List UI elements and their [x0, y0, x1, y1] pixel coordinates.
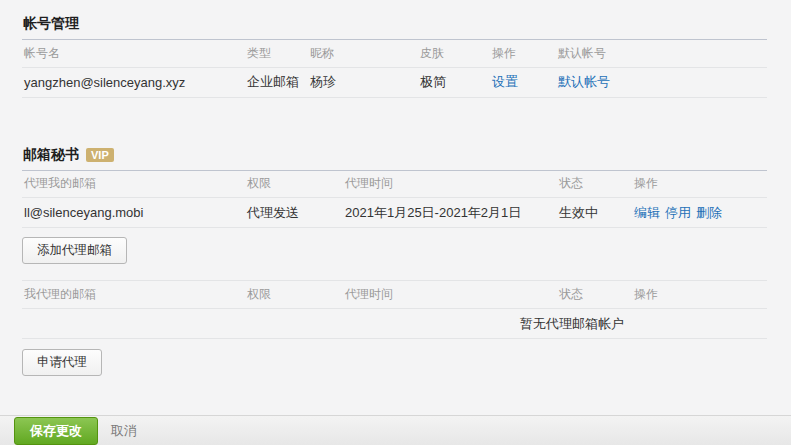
delegated-to-me-header: 代理我的邮箱 权限 代理时间 状态 操作 — [22, 171, 767, 198]
col-status: 状态 — [557, 171, 632, 198]
account-type-value: 企业邮箱 — [245, 67, 308, 97]
col-status: 状态 — [557, 281, 632, 309]
delegated-by-me-header: 我代理的邮箱 权限 代理时间 状态 操作 — [22, 281, 767, 309]
col-permission: 权限 — [245, 281, 343, 309]
col-type: 类型 — [245, 40, 308, 67]
account-table: 帐号名 类型 昵称 皮肤 操作 默认帐号 yangzhen@silenceyan… — [22, 40, 767, 98]
delegated-to-me-row: ll@silenceyang.mobi 代理发送 2021年1月25日-2021… — [22, 198, 767, 228]
mailbox-secretary-title: 邮箱秘书 — [23, 146, 79, 164]
delegated-by-me-empty-row: 暂无代理邮箱帐户 — [22, 309, 767, 339]
content-area: 帐号管理 帐号名 类型 昵称 皮肤 操作 默认帐号 yangzhen@silen… — [0, 0, 791, 376]
edit-link[interactable]: 编辑 — [634, 205, 660, 220]
col-operation: 操作 — [632, 171, 767, 198]
add-delegate-mailbox-button[interactable]: 添加代理邮箱 — [22, 237, 127, 264]
delegate-status-value: 生效中 — [557, 198, 632, 228]
vip-badge: VIP — [86, 148, 114, 162]
section-title-mailbox-secretary: 邮箱秘书 VIP — [22, 144, 767, 171]
col-skin: 皮肤 — [418, 40, 490, 67]
delete-link[interactable]: 删除 — [696, 205, 722, 220]
col-mailbox-delegating-me: 代理我的邮箱 — [22, 171, 245, 198]
delegate-permission-value: 代理发送 — [245, 198, 343, 228]
col-account-name: 帐号名 — [22, 40, 245, 67]
delegated-to-me-table: 代理我的邮箱 权限 代理时间 状态 操作 ll@silenceyang.mobi… — [22, 171, 767, 229]
account-skin-value: 极简 — [418, 67, 490, 97]
default-account-link[interactable]: 默认帐号 — [558, 74, 610, 89]
account-table-header: 帐号名 类型 昵称 皮肤 操作 默认帐号 — [22, 40, 767, 67]
account-row: yangzhen@silenceyang.xyz 企业邮箱 杨珍 极简 设置 默… — [22, 67, 767, 97]
section-title-account-management: 帐号管理 — [22, 13, 767, 40]
delegated-by-me-table: 我代理的邮箱 权限 代理时间 状态 操作 暂无代理邮箱帐户 — [22, 280, 767, 339]
account-nickname-value: 杨珍 — [308, 67, 418, 97]
cancel-link[interactable]: 取消 — [111, 422, 137, 440]
account-settings-link[interactable]: 设置 — [492, 74, 518, 89]
footer-action-bar: 保存更改 取消 — [0, 415, 791, 445]
delegate-period-value: 2021年1月25日-2021年2月1日 — [343, 198, 557, 228]
col-delegation-period: 代理时间 — [343, 171, 557, 198]
col-nickname: 昵称 — [308, 40, 418, 67]
col-delegation-period: 代理时间 — [343, 281, 557, 309]
col-operation: 操作 — [632, 281, 767, 309]
save-changes-button[interactable]: 保存更改 — [14, 417, 98, 445]
col-permission: 权限 — [245, 171, 343, 198]
delegate-mailbox-value: ll@silenceyang.mobi — [22, 198, 245, 228]
account-settings-page: 帐号管理 帐号名 类型 昵称 皮肤 操作 默认帐号 yangzhen@silen… — [0, 0, 791, 445]
no-delegate-accounts-text: 暂无代理邮箱帐户 — [22, 309, 767, 339]
col-operation: 操作 — [490, 40, 556, 67]
disable-link[interactable]: 停用 — [665, 205, 691, 220]
col-default-account: 默认帐号 — [556, 40, 767, 67]
col-mailbox-i-delegate: 我代理的邮箱 — [22, 281, 245, 309]
account-name-value: yangzhen@silenceyang.xyz — [22, 67, 245, 97]
apply-delegation-button[interactable]: 申请代理 — [22, 349, 102, 376]
